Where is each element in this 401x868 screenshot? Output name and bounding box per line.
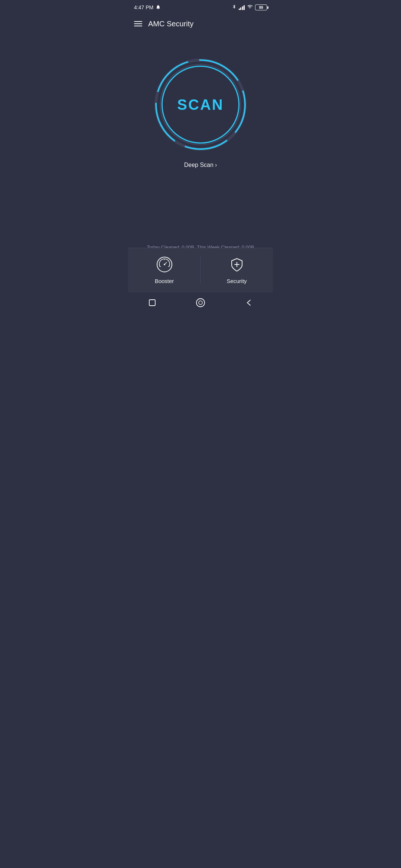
back-button[interactable] xyxy=(243,297,254,308)
deep-scan-chevron: › xyxy=(215,162,217,168)
recent-apps-button[interactable] xyxy=(147,297,158,308)
deep-scan-label: Deep Scan xyxy=(184,162,213,168)
svg-point-12 xyxy=(196,299,205,307)
battery-level: 99 xyxy=(259,6,263,10)
scan-button[interactable]: SCAN xyxy=(162,66,239,144)
svg-point-13 xyxy=(199,301,202,305)
booster-button[interactable]: Booster xyxy=(128,248,200,292)
nav-bar xyxy=(128,292,273,313)
booster-icon xyxy=(156,256,173,274)
security-icon xyxy=(229,256,245,274)
time-display: 4:47 PM xyxy=(134,4,153,10)
status-bar: 4:47 PM 99 xyxy=(128,0,273,13)
app-top-bar: AMC Security xyxy=(128,13,273,34)
status-time-group: 4:47 PM xyxy=(134,4,161,11)
alarm-icon xyxy=(156,4,161,11)
bottom-toolbar: Booster Security xyxy=(128,248,273,292)
main-content: SCAN Deep Scan › xyxy=(128,34,273,168)
battery-indicator: 99 xyxy=(255,4,267,10)
signal-strength-icon xyxy=(239,5,245,10)
scan-button-label: SCAN xyxy=(177,96,224,113)
booster-label: Booster xyxy=(155,278,174,284)
deep-scan-link[interactable]: Deep Scan › xyxy=(184,162,217,168)
wifi-icon xyxy=(247,4,253,11)
bluetooth-icon xyxy=(232,4,237,11)
status-icons-group: 99 xyxy=(232,4,267,11)
security-label: Security xyxy=(226,278,247,284)
svg-point-8 xyxy=(164,264,165,265)
app-title: AMC Security xyxy=(148,20,193,28)
scan-container: SCAN xyxy=(152,56,249,153)
home-button[interactable] xyxy=(195,297,206,308)
menu-button[interactable] xyxy=(134,21,142,26)
svg-rect-11 xyxy=(149,300,155,306)
security-button[interactable]: Security xyxy=(200,248,273,292)
